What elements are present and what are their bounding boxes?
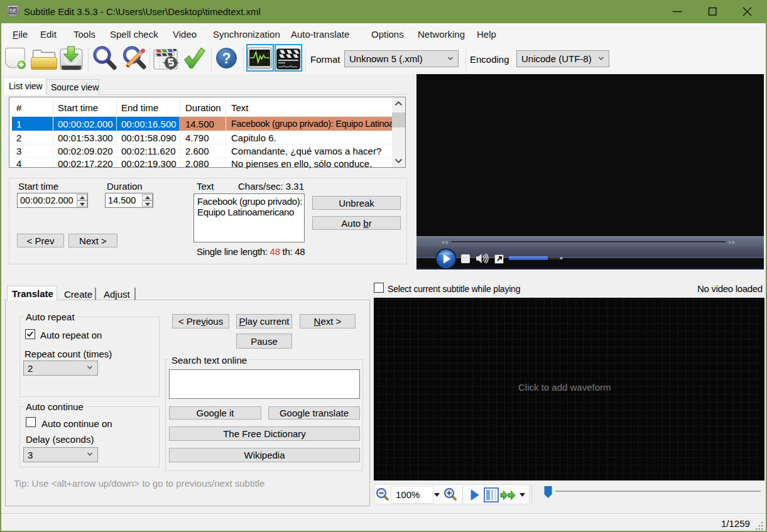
svg-text:?: ? — [222, 50, 231, 67]
svg-text:SE: SE — [9, 8, 16, 14]
